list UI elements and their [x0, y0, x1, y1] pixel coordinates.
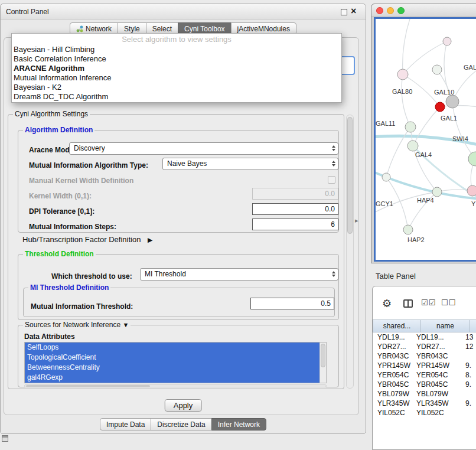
- network-node[interactable]: [446, 95, 459, 108]
- cell-extra[interactable]: [465, 351, 476, 361]
- column-header-name[interactable]: name: [421, 319, 470, 332]
- gear-icon[interactable]: ⚙: [382, 297, 392, 310]
- network-edge[interactable]: [403, 19, 411, 74]
- tab-discretize-data[interactable]: Discretize Data: [151, 418, 211, 431]
- network-canvas[interactable]: GALGAL80GAL10GAL1GAL11SWI4GAL4GCY1HAP4HA…: [376, 19, 476, 260]
- network-edge[interactable]: [376, 171, 476, 199]
- cell-extra[interactable]: 12: [465, 342, 476, 351]
- table-row[interactable]: YBR045CYBR045C9.: [373, 380, 476, 389]
- dpi-tolerance-field[interactable]: 0.0: [252, 203, 338, 215]
- chevron-right-icon[interactable]: ▶: [148, 236, 152, 243]
- cell-name[interactable]: YBR043C: [416, 351, 465, 361]
- zoom-button[interactable]: [397, 7, 405, 14]
- table-row[interactable]: YPR145WYPR145W9.: [373, 361, 476, 370]
- list-vertical-scrollbar[interactable]: [319, 343, 326, 383]
- collapsed-panel-icon[interactable]: [2, 435, 8, 442]
- hub-tf-definition-section[interactable]: Hub/Transcription Factor Definition ▶: [22, 235, 152, 244]
- cell-shared[interactable]: YPR145W: [373, 361, 416, 370]
- table-panel-titlebar[interactable]: Table Panel: [367, 267, 476, 283]
- column-header-extra[interactable]: [470, 319, 476, 332]
- network-node[interactable]: [405, 122, 416, 132]
- network-edge[interactable]: [440, 105, 476, 107]
- network-node[interactable]: [432, 65, 442, 74]
- close-icon[interactable]: ×: [351, 6, 356, 17]
- cell-extra[interactable]: 9.: [465, 399, 476, 408]
- close-button[interactable]: [376, 7, 383, 14]
- mi-steps-field[interactable]: 6: [252, 219, 338, 230]
- table-row[interactable]: YDL19...YDL19...13: [373, 332, 476, 342]
- cell-name[interactable]: YLR345W: [416, 399, 465, 408]
- network-edge[interactable]: [402, 74, 410, 127]
- cell-extra[interactable]: 13: [465, 332, 476, 342]
- aracne-mode-combobox[interactable]: Discovery: [69, 142, 338, 155]
- cell-name[interactable]: YIL052C: [416, 408, 465, 418]
- list-item[interactable]: gal4RGexp: [25, 373, 326, 383]
- cell-name[interactable]: YBR045C: [416, 380, 465, 389]
- cell-shared[interactable]: YBR043C: [373, 351, 416, 361]
- tab-infer-network[interactable]: Infer Network: [211, 418, 266, 431]
- network-node[interactable]: [435, 102, 445, 112]
- kernel-width-field[interactable]: 0.0: [252, 188, 338, 200]
- dropdown-item[interactable]: Basic Correlation Inference: [12, 54, 341, 64]
- dropdown-item-selected[interactable]: ARACNE Algorithm: [12, 64, 341, 73]
- data-attributes-list[interactable]: SelfLoops TopologicalCoefficient Between…: [24, 342, 327, 383]
- dropdown-item[interactable]: Bayesian - K2: [12, 83, 341, 92]
- network-node[interactable]: [467, 185, 476, 196]
- cell-shared[interactable]: YER054C: [373, 370, 416, 380]
- table-row[interactable]: YDR27...YDR27...12: [373, 342, 476, 351]
- table-row[interactable]: YBL079WYBL079W: [373, 389, 476, 399]
- cell-shared[interactable]: YLR345W: [373, 399, 416, 408]
- float-window-icon[interactable]: [341, 9, 347, 15]
- list-item[interactable]: BetweennessCentrality: [25, 363, 326, 373]
- network-node[interactable]: [397, 69, 408, 80]
- manual-kernel-width-checkbox[interactable]: [328, 176, 335, 184]
- apply-button[interactable]: Apply: [165, 399, 202, 412]
- network-node[interactable]: [382, 173, 390, 181]
- table-row[interactable]: YBR043CYBR043C: [373, 351, 476, 361]
- control-panel-titlebar[interactable]: Control Panel ×: [1, 4, 366, 19]
- minimize-button[interactable]: [387, 7, 394, 14]
- cell-name[interactable]: YDR27...: [416, 342, 465, 351]
- network-edge[interactable]: [452, 102, 475, 159]
- network-edge[interactable]: [413, 107, 440, 146]
- cell-extra[interactable]: 9.: [465, 380, 476, 389]
- dropdown-item[interactable]: Dream8 DC_TDC Algorithm: [12, 92, 341, 102]
- deselect-all-checkboxes-icon[interactable]: ☐☐: [441, 298, 456, 307]
- scrollbar-thumb[interactable]: [321, 344, 325, 367]
- dropdown-item[interactable]: Mutual Information Inference: [12, 73, 341, 83]
- settings-vertical-scrollbar[interactable]: [346, 115, 354, 389]
- list-item[interactable]: TopologicalCoefficient: [25, 353, 326, 363]
- network-node[interactable]: [468, 152, 476, 166]
- dropdown-item[interactable]: Bayesian - Hill Climbing: [12, 45, 341, 54]
- network-node[interactable]: [407, 141, 418, 151]
- scrollbar-thumb[interactable]: [347, 117, 353, 234]
- cell-extra[interactable]: [465, 408, 476, 418]
- select-all-checkboxes-icon[interactable]: ☑☑: [421, 298, 436, 307]
- mi-algorithm-type-combobox[interactable]: Naive Bayes: [162, 158, 338, 170]
- which-threshold-combobox[interactable]: MI Threshold: [140, 268, 338, 281]
- table-row[interactable]: YIL052CYIL052C: [373, 408, 476, 418]
- tab-impute-data[interactable]: Impute Data: [100, 418, 151, 431]
- network-node[interactable]: [443, 37, 451, 45]
- cell-extra[interactable]: 8.: [465, 370, 476, 380]
- network-edge[interactable]: [386, 127, 410, 177]
- cell-name[interactable]: YBL079W: [416, 389, 465, 399]
- cell-name[interactable]: YER054C: [416, 370, 465, 380]
- network-node[interactable]: [432, 187, 442, 197]
- table-row[interactable]: YER054CYER054C8.: [373, 370, 476, 380]
- column-header-shared[interactable]: shared...: [373, 319, 421, 332]
- cell-shared[interactable]: YDL19...: [373, 332, 416, 342]
- cell-name[interactable]: YDL19...: [416, 332, 465, 342]
- scrollbar-thumb[interactable]: [26, 385, 150, 387]
- cell-extra[interactable]: [465, 389, 476, 399]
- list-item[interactable]: SelfLoops: [25, 343, 326, 353]
- cell-shared[interactable]: YDR27...: [373, 342, 416, 351]
- network-node[interactable]: [403, 225, 413, 234]
- sources-title[interactable]: Sources for Network Inference ▼: [23, 321, 131, 329]
- cell-shared[interactable]: YIL052C: [373, 408, 416, 418]
- pane-divider-arrow-icon[interactable]: ▸: [355, 217, 358, 224]
- cell-extra[interactable]: 9.: [465, 361, 476, 370]
- table-row[interactable]: YLR345WYLR345W9.: [373, 399, 476, 408]
- columns-icon[interactable]: [403, 299, 413, 308]
- mi-threshold-field[interactable]: 0.5: [250, 298, 334, 309]
